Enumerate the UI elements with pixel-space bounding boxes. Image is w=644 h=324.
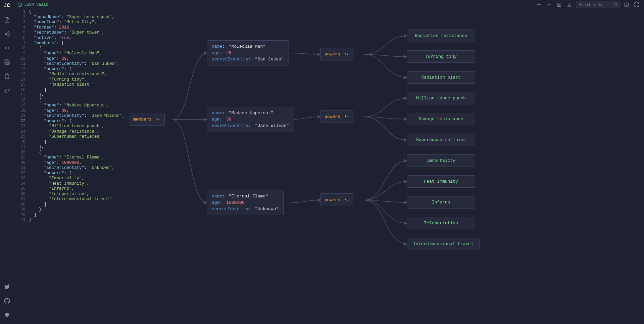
save-icon[interactable] [2,57,12,67]
svg-point-7 [558,4,560,5]
minus-icon[interactable] [545,1,553,9]
svg-point-9 [626,4,627,5]
svg-point-2 [8,35,9,36]
search-wrap[interactable] [576,1,621,8]
json-status: JSON Valid [17,2,48,7]
twitter-icon[interactable] [2,282,12,292]
collapse-icon[interactable] [2,43,12,53]
svg-point-1 [8,32,9,33]
node-power-0-1[interactable]: Turning tiny [407,50,475,63]
app-logo: JC [4,3,10,9]
expand-icon[interactable] [155,117,160,122]
node-power-2-3[interactable]: Teleportation [407,217,475,229]
expand-icon[interactable] [344,114,349,119]
code-content[interactable]: { "squadName": "Super hero squad", "home… [29,9,125,223]
svg-point-8 [614,3,617,5]
node-power-1-0[interactable]: Million tonne punch [407,92,475,104]
delete-icon[interactable] [2,71,12,81]
link-icon[interactable] [2,85,12,95]
svg-rect-3 [6,62,8,64]
expand-icon[interactable] [344,197,349,202]
node-power-2-4[interactable]: Interdimensional travel [407,238,480,250]
svg-point-0 [5,33,6,35]
search-input[interactable] [579,2,612,7]
node-power-2-0[interactable]: Immortality [407,154,475,167]
node-power-0-2[interactable]: Radiation blast [407,71,475,84]
node-power-0-0[interactable]: Radiation resistance [407,30,475,42]
share-icon[interactable] [2,29,12,39]
add-icon[interactable] [535,1,543,9]
header-bar: JSON Valid [14,0,644,9]
graph-panel[interactable]: members name: "Molecule Man" age: 29 sec… [126,9,644,324]
settings-icon[interactable] [623,1,631,9]
fullscreen-icon[interactable] [633,1,641,9]
expand-icon[interactable] [344,51,349,57]
node-member-0[interactable]: name: "Molecule Man" age: 29 secretIdent… [207,40,289,65]
check-circle-icon [17,2,22,7]
heart-icon[interactable] [2,310,12,320]
node-power-2-1[interactable]: Heat Immunity [407,175,475,188]
search-icon[interactable] [613,2,618,8]
node-member-2[interactable]: name: "Eternal Flame" age: 1000000 secre… [207,190,284,215]
github-icon[interactable] [2,296,12,306]
node-powers-0[interactable]: powers [320,48,353,60]
node-powers-2[interactable]: powers [320,193,353,206]
status-text: JSON Valid [24,2,48,7]
line-gutter: 1234567891011121314151617181920212223242… [14,9,29,223]
editor-panel[interactable]: 1234567891011121314151617181920212223242… [14,0,126,324]
node-powers-1[interactable]: powers [320,110,353,123]
center-view-icon[interactable] [555,1,563,9]
graph-edges [126,9,644,324]
left-toolbar: JC [0,0,14,324]
node-power-1-1[interactable]: Damage resistance [407,113,475,125]
node-member-1[interactable]: name: "Madame Uppercut" age: 39 secretId… [207,107,294,132]
svg-rect-6 [557,3,561,7]
node-members[interactable]: members [129,113,165,126]
node-power-1-2[interactable]: Superhuman reflexes [407,134,475,146]
svg-rect-4 [6,60,8,61]
download-icon[interactable] [565,1,573,9]
node-power-2-2[interactable]: Inferno [407,196,475,209]
import-file-icon[interactable] [2,15,12,25]
